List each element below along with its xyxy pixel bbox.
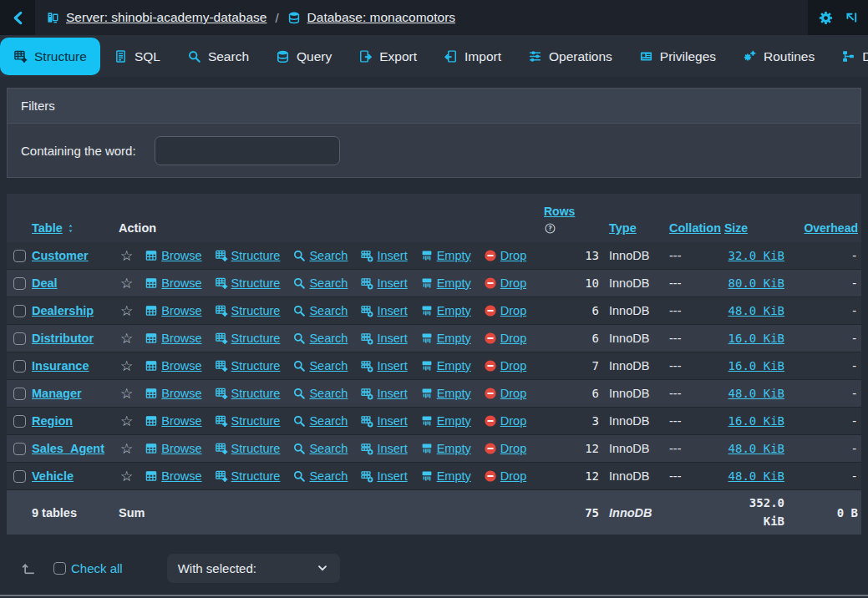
empty-action-link[interactable]: Empty (420, 276, 471, 290)
tab-structure[interactable]: Structure (0, 38, 100, 75)
filter-word-input[interactable] (155, 136, 340, 165)
table-name-link[interactable]: Sales_Agent (32, 442, 104, 455)
favorite-star-icon[interactable]: ☆ (120, 414, 133, 428)
favorite-star-icon[interactable]: ☆ (120, 359, 133, 373)
search-action-link[interactable]: Search (292, 442, 348, 455)
drop-action-link[interactable]: Drop (484, 359, 526, 372)
favorite-star-icon[interactable]: ☆ (120, 249, 133, 263)
browse-action-link[interactable]: Browse (145, 414, 201, 428)
favorite-star-icon[interactable]: ☆ (120, 332, 133, 346)
with-selected-select[interactable]: With selected: (167, 554, 340, 583)
sort-by-overhead-link[interactable]: Overhead (804, 221, 858, 235)
empty-action-link[interactable]: Empty (420, 332, 471, 345)
sort-by-size-link[interactable]: Size (724, 221, 748, 235)
favorite-star-icon[interactable]: ☆ (120, 442, 133, 456)
empty-action-link[interactable]: Empty (420, 304, 471, 317)
drop-action-link[interactable]: Drop (484, 249, 526, 262)
size-link[interactable]: 32.0 KiB (728, 249, 784, 262)
row-checkbox[interactable] (13, 470, 26, 483)
tab-query[interactable]: Query (262, 38, 345, 75)
table-name-link[interactable]: Dealership (32, 304, 94, 317)
favorite-star-icon[interactable]: ☆ (120, 276, 133, 291)
row-checkbox[interactable] (13, 415, 26, 428)
row-checkbox[interactable] (13, 305, 26, 317)
table-name-link[interactable]: Manager (32, 387, 82, 400)
size-link[interactable]: 48.0 KiB (728, 442, 784, 455)
favorite-star-icon[interactable]: ☆ (120, 469, 133, 484)
empty-action-link[interactable]: Empty (420, 414, 471, 428)
check-all-toggle[interactable]: Check all (53, 561, 123, 575)
drop-action-link[interactable]: Drop (484, 469, 526, 483)
empty-action-link[interactable]: Empty (420, 442, 471, 455)
row-checkbox[interactable] (13, 443, 26, 455)
size-link[interactable]: 16.0 KiB (728, 359, 784, 372)
favorite-star-icon[interactable]: ☆ (120, 387, 133, 401)
drop-action-link[interactable]: Drop (484, 276, 526, 290)
search-action-link[interactable]: Search (292, 276, 348, 290)
row-checkbox[interactable] (13, 250, 26, 262)
row-checkbox[interactable] (13, 360, 26, 372)
search-action-link[interactable]: Search (292, 304, 348, 317)
insert-action-link[interactable]: Insert (360, 332, 407, 345)
scroll-top-icon[interactable] (845, 11, 858, 24)
insert-action-link[interactable]: Insert (360, 249, 407, 262)
help-icon[interactable]: ? (544, 222, 556, 235)
size-link[interactable]: 48.0 KiB (728, 304, 784, 317)
empty-action-link[interactable]: Empty (420, 359, 471, 372)
size-link[interactable]: 16.0 KiB (728, 332, 784, 345)
insert-action-link[interactable]: Insert (360, 469, 407, 483)
search-action-link[interactable]: Search (292, 387, 348, 400)
table-name-link[interactable]: Vehicle (32, 469, 74, 483)
tab-sql[interactable]: SQL (100, 38, 174, 75)
row-checkbox[interactable] (13, 388, 26, 400)
gear-icon[interactable] (818, 10, 834, 26)
structure-action-link[interactable]: Structure (215, 276, 281, 290)
table-name-link[interactable]: Insurance (32, 359, 89, 372)
structure-action-link[interactable]: Structure (215, 249, 281, 262)
search-action-link[interactable]: Search (292, 359, 348, 372)
row-checkbox[interactable] (13, 332, 26, 345)
tab-import[interactable]: Import (430, 38, 515, 75)
search-action-link[interactable]: Search (292, 249, 348, 262)
tab-search[interactable]: Search (174, 38, 262, 75)
check-all-checkbox[interactable] (53, 562, 66, 575)
browse-action-link[interactable]: Browse (145, 359, 201, 372)
sort-by-type-link[interactable]: Type (609, 221, 637, 235)
empty-action-link[interactable]: Empty (420, 469, 471, 483)
tab-privileges[interactable]: Privileges (626, 38, 729, 75)
size-link[interactable]: 48.0 KiB (728, 387, 784, 400)
empty-action-link[interactable]: Empty (420, 249, 471, 262)
tab-operations[interactable]: Operations (515, 38, 626, 75)
sort-by-rows-link[interactable]: Rows (544, 205, 575, 218)
browse-action-link[interactable]: Browse (145, 332, 201, 345)
browse-action-link[interactable]: Browse (145, 469, 201, 483)
table-name-link[interactable]: Customer (32, 249, 89, 262)
search-action-link[interactable]: Search (292, 469, 348, 483)
breadcrumb-database-link[interactable]: Database: monacomotors (287, 10, 455, 25)
structure-action-link[interactable]: Structure (215, 414, 281, 428)
back-button[interactable] (0, 0, 35, 35)
browse-action-link[interactable]: Browse (145, 249, 201, 262)
browse-action-link[interactable]: Browse (145, 442, 201, 455)
browse-action-link[interactable]: Browse (145, 387, 201, 400)
sort-by-collation-link[interactable]: Collation (669, 221, 721, 235)
structure-action-link[interactable]: Structure (215, 442, 281, 455)
empty-action-link[interactable]: Empty (420, 387, 471, 400)
search-action-link[interactable]: Search (292, 414, 348, 428)
size-link[interactable]: 16.0 KiB (728, 414, 784, 428)
size-link[interactable]: 80.0 KiB (728, 276, 784, 290)
breadcrumb-server-link[interactable]: Server: shinobi-academy-database (46, 10, 266, 25)
drop-action-link[interactable]: Drop (484, 414, 526, 428)
browse-action-link[interactable]: Browse (145, 276, 201, 290)
drop-action-link[interactable]: Drop (484, 387, 526, 400)
insert-action-link[interactable]: Insert (360, 414, 407, 428)
sort-icon[interactable] (66, 223, 75, 234)
table-name-link[interactable]: Distributor (32, 332, 94, 345)
structure-action-link[interactable]: Structure (215, 387, 281, 400)
row-checkbox[interactable] (13, 277, 26, 290)
insert-action-link[interactable]: Insert (360, 276, 407, 290)
drop-action-link[interactable]: Drop (484, 332, 526, 345)
table-name-link[interactable]: Region (32, 414, 73, 428)
structure-action-link[interactable]: Structure (215, 304, 281, 317)
table-name-link[interactable]: Deal (32, 276, 58, 290)
